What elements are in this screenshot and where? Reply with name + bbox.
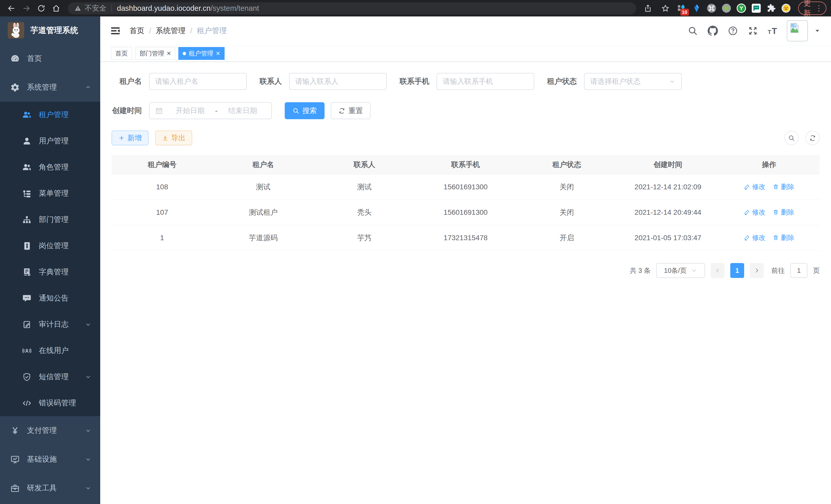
back-icon[interactable]: [5, 2, 18, 15]
sidebar-item-label: 租户管理: [39, 110, 68, 120]
close-icon[interactable]: ×: [167, 50, 171, 57]
sidebar-item-errcode[interactable]: 错误码管理: [0, 390, 100, 416]
cell-created: 2021-01-05 17:03:47: [618, 225, 719, 251]
cell-tenant-name: 测试: [213, 174, 314, 200]
table-row: 108测试测试15601691300关闭2021-12-14 21:02:09修…: [112, 174, 820, 200]
sidebar-item-role[interactable]: 角色管理: [0, 154, 100, 180]
goto-label: 前往: [771, 266, 785, 275]
yudao-extension-icon[interactable]: [736, 3, 747, 13]
active-dot: [183, 52, 186, 55]
puzzle-extension-icon[interactable]: [766, 3, 776, 13]
sidebar-item-notice[interactable]: 通知公告: [0, 285, 100, 312]
help-icon[interactable]: [728, 26, 738, 36]
sidebar-item-home[interactable]: 首页: [0, 44, 100, 73]
cell-status: 开启: [516, 225, 618, 251]
sidebar-logo-row[interactable]: 芋道管理系统: [0, 17, 100, 44]
sidebar-item-dict[interactable]: 字典管理: [0, 259, 100, 285]
trash-icon: [773, 209, 779, 215]
edit-button[interactable]: 修改: [744, 182, 766, 191]
prev-page-button[interactable]: [711, 263, 725, 278]
show-search-button[interactable]: [784, 131, 799, 145]
sidebar-item-sms[interactable]: 短信管理: [0, 364, 100, 390]
kite-extension-icon[interactable]: [691, 3, 702, 13]
browser-update-button[interactable]: 更新 ⋮: [798, 2, 826, 15]
current-page-button[interactable]: 1: [730, 263, 744, 278]
status-select[interactable]: 请选择租户状态: [584, 73, 682, 90]
reset-button[interactable]: 重置: [331, 102, 371, 119]
share-icon[interactable]: [641, 2, 655, 15]
command-extension-icon[interactable]: [706, 3, 717, 13]
breadcrumb-item[interactable]: 系统管理: [156, 26, 185, 36]
sidebar-item-pay[interactable]: 支付管理: [0, 416, 100, 445]
briefcase-icon: [10, 483, 20, 493]
page-size-select[interactable]: 10条/页: [656, 263, 705, 278]
cell-status: 关闭: [516, 174, 618, 200]
placeholder: 请输入联系人: [295, 77, 338, 86]
sidebar-item-label: 在线用户: [39, 346, 68, 356]
filter-contact: 联系人 请输入联系人: [260, 73, 387, 90]
chat-extension-icon[interactable]: [751, 3, 762, 13]
top-navbar: 首页/系统管理/租户管理 TT: [100, 17, 831, 46]
forward-icon[interactable]: [20, 2, 33, 15]
update-label: 更新: [804, 0, 812, 18]
address-bar[interactable]: 不安全 dashboard.yudao.iocoder.cn/system/te…: [68, 2, 636, 14]
tab-home[interactable]: 首页: [111, 47, 132, 60]
next-page-button[interactable]: [750, 263, 764, 278]
emoji-extension-icon[interactable]: [781, 3, 792, 13]
caret-down-icon[interactable]: [814, 28, 821, 34]
sidebar-item-user[interactable]: 用户管理: [0, 128, 100, 154]
sidebar-item-dept[interactable]: 部门管理: [0, 207, 100, 233]
goto-page-input[interactable]: 1: [791, 263, 807, 278]
fullscreen-icon[interactable]: [748, 26, 758, 36]
delete-button[interactable]: 删除: [773, 208, 794, 217]
search-button[interactable]: 搜索: [285, 102, 324, 119]
chevron-left-icon: [715, 267, 721, 274]
breadcrumb-item[interactable]: 首页: [130, 26, 144, 36]
sidebar-item-post[interactable]: 岗位管理: [0, 233, 100, 259]
sidebar-item-menu[interactable]: 菜单管理: [0, 180, 100, 207]
sidebar-item-online[interactable]: 在线用户: [0, 337, 100, 364]
edit-button[interactable]: 修改: [744, 208, 766, 217]
tenant-name-input[interactable]: 请输入租户名: [149, 73, 247, 90]
browser-menu-icon[interactable]: ⋮: [815, 4, 823, 12]
delete-button[interactable]: 删除: [773, 233, 794, 242]
end-date-input[interactable]: 结束日期: [220, 106, 266, 116]
filter-row-2: 创建时间 开始日期 - 结束日期 搜索 重置: [112, 102, 820, 119]
phone-input[interactable]: 请输入联系手机: [436, 73, 534, 90]
edit-label: 修改: [752, 208, 766, 217]
sidebar-item-infra[interactable]: 基础设施: [0, 445, 100, 474]
search-icon[interactable]: [688, 26, 698, 36]
edit-button[interactable]: 修改: [744, 233, 766, 242]
gear-icon: [10, 83, 20, 92]
sidebar-item-system[interactable]: 系统管理: [0, 73, 100, 102]
breadcrumb-item: 租户管理: [197, 26, 227, 36]
date-range-picker[interactable]: 开始日期 - 结束日期: [149, 102, 272, 119]
search-icon: [292, 108, 299, 114]
contact-input[interactable]: 请输入联系人: [289, 73, 387, 90]
record-extension-icon[interactable]: [721, 3, 732, 13]
calendar-icon: [155, 107, 163, 115]
add-button[interactable]: 新增: [112, 130, 148, 145]
refresh-table-button[interactable]: [805, 131, 820, 145]
bookmark-star-icon[interactable]: [659, 2, 672, 15]
close-icon[interactable]: ×: [216, 50, 220, 57]
font-size-icon[interactable]: TT: [768, 26, 777, 35]
blocks-extension-icon[interactable]: 10: [676, 3, 687, 13]
export-button[interactable]: 导出: [155, 130, 192, 145]
sidebar-item-audit[interactable]: 审计日志: [0, 312, 100, 337]
hamburger-icon[interactable]: [110, 25, 121, 36]
sidebar-item-tool[interactable]: 研发工具: [0, 474, 100, 502]
github-icon[interactable]: [708, 26, 718, 36]
tab-dept[interactable]: 部门管理×: [135, 47, 175, 60]
home-icon[interactable]: [49, 2, 63, 15]
tab-tenant[interactable]: 租户管理×: [178, 47, 224, 60]
start-date-input[interactable]: 开始日期: [167, 106, 213, 116]
delete-button[interactable]: 删除: [773, 182, 794, 191]
cell-phone: 15601691300: [415, 200, 516, 225]
field-label: 租户状态: [547, 76, 577, 87]
reload-icon[interactable]: [34, 2, 48, 15]
avatar[interactable]: [787, 20, 808, 41]
users-icon: [22, 110, 32, 120]
warning-icon[interactable]: [75, 5, 81, 11]
sidebar-item-tenant[interactable]: 租户管理: [0, 102, 100, 128]
